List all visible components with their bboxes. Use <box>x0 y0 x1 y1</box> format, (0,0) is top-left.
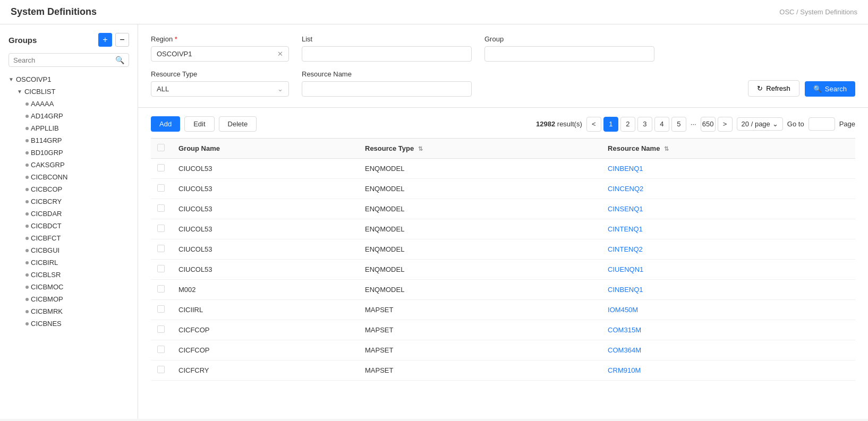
row-resource-name[interactable]: COM315M <box>601 320 855 340</box>
resource-name-input-box[interactable] <box>302 81 472 97</box>
row-checkbox-col <box>151 260 172 280</box>
row-resource-name[interactable]: CINTENQ2 <box>601 239 855 260</box>
search-button[interactable]: 🔍 Search <box>805 81 855 97</box>
delete-button[interactable]: Delete <box>219 116 257 132</box>
tree-item-caksgrp[interactable]: CAKSGRP <box>4 159 133 171</box>
row-checkbox[interactable] <box>157 366 165 373</box>
tree-item-cicbcop[interactable]: CICBCOP <box>4 183 133 195</box>
header-resource-name[interactable]: Resource Name ⇅ <box>601 139 855 159</box>
remove-group-button[interactable]: − <box>115 33 129 47</box>
next-page-button[interactable]: > <box>718 117 733 132</box>
refresh-button[interactable]: ↻ Refresh <box>748 80 799 97</box>
tree-toggle-cicblist[interactable]: ▼ <box>17 89 22 94</box>
tree-item-cicbmop[interactable]: CICBMOP <box>4 293 133 305</box>
row-resource-name[interactable]: CRM910M <box>601 360 855 381</box>
resource-name-link[interactable]: CINCENQ2 <box>608 185 643 193</box>
filter-group-list: List <box>302 35 472 62</box>
tree-item-cicblsr[interactable]: CICBLSR <box>4 269 133 281</box>
tree-item-cicbnes[interactable]: CICBNES <box>4 317 133 330</box>
sidebar-search-icon: 🔍 <box>115 56 124 64</box>
list-input[interactable] <box>308 50 466 58</box>
row-resource-name[interactable]: CINBENQ1 <box>601 159 855 179</box>
row-resource-name[interactable]: IOM450M <box>601 300 855 320</box>
resource-name-link[interactable]: COM315M <box>608 326 641 334</box>
tree-item-appllib[interactable]: APPLLIB <box>4 122 133 134</box>
resource-name-link[interactable]: CINSENQ1 <box>608 205 643 213</box>
page-1-button[interactable]: 1 <box>603 117 618 132</box>
row-resource-name[interactable]: CINTENQ1 <box>601 219 855 239</box>
row-checkbox[interactable] <box>157 184 165 192</box>
row-checkbox[interactable] <box>157 245 165 252</box>
region-label: Region * <box>151 35 289 43</box>
tree-item-cicbmoc[interactable]: CICBMOC <box>4 281 133 293</box>
add-button[interactable]: Add <box>151 116 180 132</box>
row-checkbox[interactable] <box>157 285 165 293</box>
resource-name-link[interactable]: COM364M <box>608 346 641 354</box>
tree-toggle-oscoivp1[interactable]: ▼ <box>8 76 14 82</box>
resource-name-link[interactable]: CINBENQ1 <box>608 286 643 294</box>
breadcrumb-osc[interactable]: OSC <box>779 8 794 16</box>
sidebar-search-input[interactable] <box>13 56 115 64</box>
group-input[interactable] <box>490 50 649 58</box>
row-resource-name[interactable]: CINSENQ1 <box>601 199 855 219</box>
goto-input[interactable] <box>809 117 835 131</box>
tree-item-oscoivp1[interactable]: ▼ OSCOIVP1 <box>4 73 133 85</box>
tree-item-cicbcry[interactable]: CICBCRY <box>4 195 133 208</box>
tree-item-ad14grp[interactable]: AD14GRP <box>4 110 133 122</box>
page-4-button[interactable]: 4 <box>654 117 669 132</box>
toolbar-left: Add Edit Delete <box>151 116 257 132</box>
tree-item-cicbgui[interactable]: CICBGUI <box>4 244 133 256</box>
select-all-checkbox[interactable] <box>157 144 165 151</box>
tree-item-cicbfct[interactable]: CICBFCT <box>4 232 133 244</box>
row-checkbox[interactable] <box>157 225 165 232</box>
resource-name-link[interactable]: CRM910M <box>608 366 641 374</box>
resource-name-input[interactable] <box>308 85 466 93</box>
tree-item-b114grp[interactable]: B114GRP <box>4 134 133 147</box>
page-3-button[interactable]: 3 <box>637 117 652 132</box>
tree-item-cicbdar[interactable]: CICBDAR <box>4 208 133 220</box>
resource-name-link[interactable]: CINTENQ1 <box>608 225 643 233</box>
tree-item-cicbirl[interactable]: CICBIRL <box>4 256 133 269</box>
row-resource-type: ENQMODEL <box>359 219 601 239</box>
page-2-button[interactable]: 2 <box>620 117 635 132</box>
list-input-box[interactable] <box>302 46 472 62</box>
tree-item-cicbdct[interactable]: CICBDCT <box>4 220 133 232</box>
page-last-button[interactable]: 650 <box>701 117 716 132</box>
tree-item-cicblist[interactable]: ▼ CICBLIST <box>4 85 133 98</box>
goto-label: Go to <box>787 120 804 128</box>
group-input-box[interactable] <box>484 46 654 62</box>
tree-item-bd10grp[interactable]: BD10GRP <box>4 147 133 159</box>
tree-item-aaaaa[interactable]: AAAAA <box>4 98 133 110</box>
row-resource-name[interactable]: CINCENQ2 <box>601 179 855 199</box>
row-checkbox[interactable] <box>157 346 165 353</box>
sidebar-search-box: 🔍 <box>8 53 129 67</box>
page-5-button[interactable]: 5 <box>671 117 686 132</box>
tree-label-aaaaa: AAAAA <box>31 100 54 108</box>
add-group-button[interactable]: + <box>98 33 112 47</box>
row-checkbox[interactable] <box>157 204 165 212</box>
resource-name-link[interactable]: CINTENQ2 <box>608 245 643 253</box>
resource-type-select[interactable]: ALL ⌄ <box>151 81 289 97</box>
breadcrumb-current: System Definitions <box>800 8 857 16</box>
filter-row-2: Resource Type ALL ⌄ Resource Name <box>151 70 855 97</box>
row-checkbox[interactable] <box>157 325 165 333</box>
tree-item-cicbconn[interactable]: CICBCONN <box>4 171 133 183</box>
page-title: System Definitions <box>11 6 97 18</box>
resource-name-link[interactable]: CIUENQN1 <box>608 265 643 273</box>
row-resource-name[interactable]: COM364M <box>601 340 855 360</box>
tree-item-cicbmrk[interactable]: CICBMRK <box>4 305 133 317</box>
row-resource-name[interactable]: CINBENQ1 <box>601 280 855 300</box>
tree-dot <box>25 139 29 142</box>
row-resource-name[interactable]: CIUENQN1 <box>601 260 855 280</box>
edit-button[interactable]: Edit <box>184 116 214 132</box>
resource-name-link[interactable]: IOM450M <box>608 306 638 314</box>
row-checkbox[interactable] <box>157 265 165 272</box>
region-clear-icon[interactable]: ✕ <box>277 50 283 58</box>
row-checkbox[interactable] <box>157 164 165 171</box>
per-page-select[interactable]: 20 / page ⌄ <box>737 117 783 131</box>
table-row: CIUCOL53ENQMODELCINCENQ2 <box>151 179 855 199</box>
resource-name-link[interactable]: CINBENQ1 <box>608 165 643 173</box>
row-checkbox[interactable] <box>157 305 165 313</box>
header-resource-type[interactable]: Resource Type ⇅ <box>359 139 601 159</box>
prev-page-button[interactable]: < <box>586 117 601 132</box>
